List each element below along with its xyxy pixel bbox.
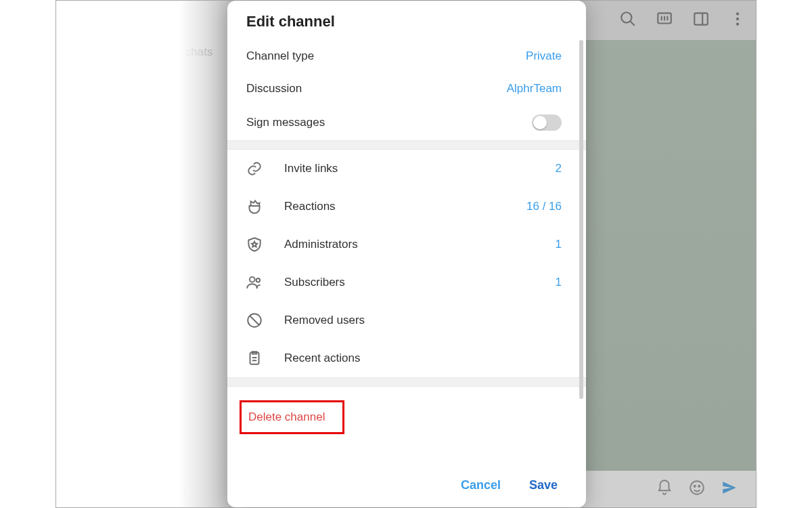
reactions-icon [245,197,264,216]
section-divider [227,140,586,150]
modal-footer: Cancel Save [227,466,586,507]
reactions-label: Reactions [284,200,526,213]
delete-channel-label: Delete channel [248,410,325,423]
administrators-label: Administrators [284,238,556,251]
channel-type-label: Channel type [246,49,526,63]
delete-channel-highlight: Delete channel [240,400,344,434]
admins-icon [245,235,264,254]
subscribers-count: 1 [556,276,562,289]
administrators-row[interactable]: Administrators 1 [227,226,586,263]
removed-users-label: Removed users [284,314,562,327]
reactions-count: 16 / 16 [526,200,562,213]
section-divider [227,377,586,387]
sign-messages-label: Sign messages [246,116,532,129]
save-button[interactable]: Save [529,478,558,492]
discussion-label: Discussion [246,82,507,96]
channel-type-row[interactable]: Channel type Private [227,40,586,72]
delete-channel-row[interactable]: Delete channel [227,387,586,448]
sign-messages-toggle[interactable] [532,114,562,131]
reactions-row[interactable]: Reactions 16 / 16 [227,188,586,226]
channel-type-value: Private [526,49,562,63]
discussion-row[interactable]: Discussion AlphrTeam [227,72,586,105]
subscribers-label: Subscribers [284,276,556,289]
link-icon [245,159,264,178]
sign-messages-row[interactable]: Sign messages [227,105,586,140]
invite-links-label: Invite links [284,162,556,175]
discussion-value: AlphrTeam [507,82,562,96]
left-fade [56,1,232,507]
subscribers-row[interactable]: Subscribers 1 [227,263,586,301]
removed-users-row[interactable]: Removed users [227,301,586,339]
app-window: Search Archived chats AlphrTeam Edit cha… [55,0,757,508]
removed-icon [245,311,264,330]
invite-links-count: 2 [556,162,562,175]
subscribers-icon [245,273,264,292]
recent-actions-row[interactable]: Recent actions [227,339,586,377]
svg-point-10 [256,278,260,282]
scrollbar-thumb[interactable] [579,40,583,399]
recent-actions-label: Recent actions [284,352,562,365]
modal-title: Edit channel [227,1,586,40]
modal-body[interactable]: Channel type Private Discussion AlphrTea… [227,40,586,466]
cancel-button[interactable]: Cancel [461,478,501,492]
svg-point-9 [250,277,255,282]
edit-channel-modal: Edit channel Channel type Private Discus… [227,1,586,507]
recent-icon [245,349,264,368]
invite-links-row[interactable]: Invite links 2 [227,150,586,188]
administrators-count: 1 [556,238,562,251]
